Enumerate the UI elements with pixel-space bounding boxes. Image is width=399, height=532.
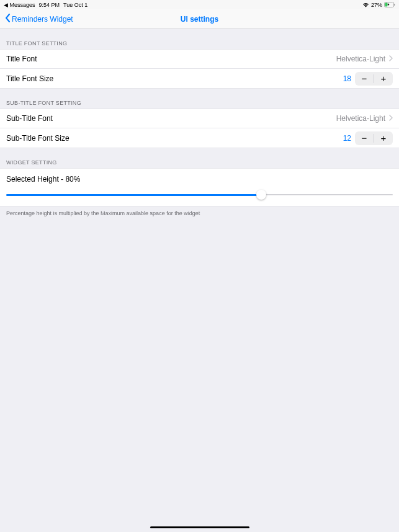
slider-track-fill	[6, 194, 261, 196]
svg-rect-2	[394, 4, 395, 6]
title-font-size-stepper: − +	[355, 72, 393, 86]
battery-icon	[384, 2, 395, 7]
widget-height-row: Selected Height - 80%	[0, 168, 399, 206]
slider-thumb[interactable]	[256, 190, 266, 200]
battery-percent: 27%	[371, 2, 382, 8]
back-app-label: Messages	[10, 2, 35, 8]
title-font-size-value: 18	[343, 74, 351, 83]
stepper-plus-button[interactable]: +	[374, 72, 393, 86]
subtitle-font-size-stepper: − +	[355, 131, 393, 145]
section-header-widget: WIDGET SETTING	[0, 148, 399, 168]
widget-height-label: Selected Height - 80%	[6, 175, 393, 184]
wifi-icon	[362, 2, 369, 7]
widget-section-footer: Percentage height is multiplied by the M…	[0, 206, 399, 220]
status-date: Tue Oct 1	[63, 2, 87, 8]
nav-bar: Reminders Widget UI settings	[0, 9, 399, 29]
title-font-row[interactable]: Title Font Helvetica-Light	[0, 49, 399, 69]
stepper-plus-button[interactable]: +	[374, 131, 393, 145]
stepper-minus-button[interactable]: −	[355, 72, 374, 86]
status-time: 9:54 PM	[39, 2, 60, 8]
stepper-minus-button[interactable]: −	[355, 131, 374, 145]
subtitle-font-row[interactable]: Sub-Title Font Helvetica-Light	[0, 109, 399, 128]
subtitle-font-value: Helvetica-Light	[336, 114, 385, 123]
subtitle-font-label: Sub-Title Font	[6, 114, 336, 123]
section-header-title-font: TITLE FONT SETTING	[0, 29, 399, 49]
title-font-size-label: Title Font Size	[6, 74, 343, 83]
section-header-subtitle-font: SUB-TITLE FONT SETTING	[0, 89, 399, 109]
chevron-left-icon	[5, 14, 11, 24]
chevron-right-icon	[389, 55, 393, 63]
title-font-value: Helvetica-Light	[336, 55, 385, 63]
nav-back-label: Reminders Widget	[12, 15, 73, 24]
chevron-right-icon	[389, 114, 393, 123]
svg-rect-1	[385, 3, 388, 7]
title-font-label: Title Font	[6, 55, 336, 63]
nav-back-button[interactable]: Reminders Widget	[5, 14, 73, 24]
widget-height-slider[interactable]	[6, 190, 393, 200]
subtitle-font-size-row: Sub-Title Font Size 12 − +	[0, 128, 399, 148]
subtitle-font-size-value: 12	[343, 134, 351, 143]
back-arrow-icon: ◀	[4, 2, 8, 8]
subtitle-font-size-label: Sub-Title Font Size	[6, 134, 343, 143]
title-font-size-row: Title Font Size 18 − +	[0, 69, 399, 89]
breadcrumb-back-app[interactable]: ◀ Messages	[4, 2, 35, 8]
home-indicator[interactable]	[150, 526, 249, 528]
page-title: UI settings	[181, 15, 218, 24]
status-bar: ◀ Messages 9:54 PM Tue Oct 1 27%	[0, 0, 399, 9]
